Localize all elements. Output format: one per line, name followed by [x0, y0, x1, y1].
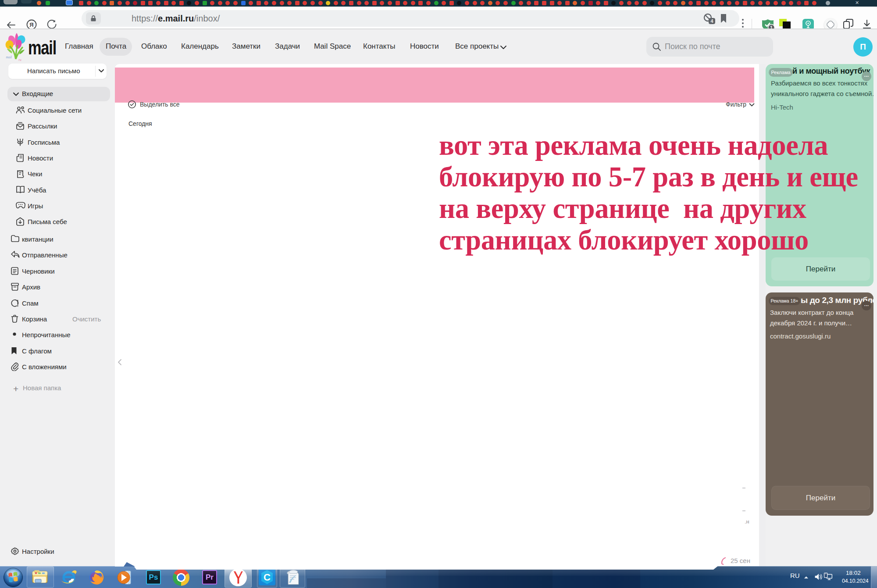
svg-text:C: C [264, 572, 271, 583]
svg-text:4: 4 [710, 18, 713, 24]
svg-text:Я: Я [29, 21, 33, 28]
svg-text:mail: mail [6, 55, 12, 59]
svg-text:ru: ru [18, 58, 21, 62]
